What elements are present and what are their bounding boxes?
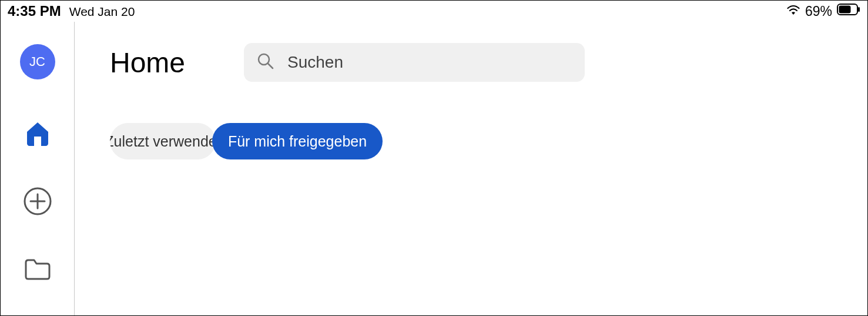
- tab-shared-with-me[interactable]: Für mich freigegeben: [212, 123, 383, 159]
- home-icon[interactable]: [23, 118, 52, 148]
- status-date: Wed Jan 20: [69, 5, 135, 19]
- status-bar: 4:35 PM Wed Jan 20 69%: [1, 1, 867, 22]
- sidebar: JC: [1, 22, 75, 315]
- search-icon: [257, 52, 274, 72]
- tab-shared-label: Für mich freigegeben: [228, 133, 367, 150]
- tab-recent-label: Zuletzt verwendet: [110, 133, 216, 150]
- tab-recent[interactable]: Zuletzt verwendet: [110, 123, 216, 159]
- wifi-icon: [786, 4, 800, 19]
- status-time: 4:35 PM: [8, 3, 61, 19]
- search-input[interactable]: [287, 53, 572, 72]
- svg-rect-1: [839, 6, 851, 14]
- battery-icon: [837, 4, 860, 19]
- tabs: Zuletzt verwendet Für mich freigegeben: [110, 123, 844, 159]
- add-icon[interactable]: [23, 187, 52, 216]
- svg-rect-2: [858, 7, 860, 12]
- svg-line-7: [268, 64, 273, 68]
- main-content: Home Zuletzt verwendet Für mich freigege…: [75, 22, 867, 315]
- folder-icon[interactable]: [23, 255, 52, 284]
- page-title: Home: [110, 46, 185, 79]
- battery-percent: 69%: [805, 4, 832, 19]
- avatar-initials: JC: [29, 54, 45, 69]
- status-right: 69%: [786, 4, 860, 19]
- status-left: 4:35 PM Wed Jan 20: [8, 3, 135, 19]
- search-box[interactable]: [244, 43, 585, 82]
- header-row: Home: [110, 43, 844, 82]
- avatar[interactable]: JC: [20, 44, 55, 79]
